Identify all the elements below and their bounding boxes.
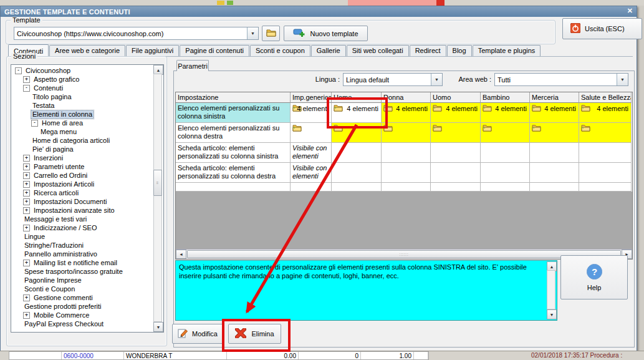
grid-cell[interactable]	[481, 163, 530, 183]
tree-item-messaggi-e-testi-vari[interactable]: Messaggi e testi vari	[11, 215, 163, 223]
tree-item-elementi-in-colonna[interactable]: Elementi in colonna	[11, 110, 163, 119]
grid-cell[interactable]	[530, 143, 579, 163]
tab-parametri[interactable]: Parametri	[176, 60, 209, 71]
grid-cell[interactable]	[382, 123, 431, 143]
grid-column-merceria[interactable]: Merceria	[530, 92, 579, 103]
expand-icon[interactable]: +	[23, 155, 30, 162]
tab-redirect[interactable]: Redirect	[410, 45, 446, 56]
tab-gallerie[interactable]: Gallerie	[311, 45, 346, 56]
expand-icon[interactable]: +	[23, 76, 30, 83]
description-scrollbar[interactable]	[547, 270, 555, 309]
grid-setting-label[interactable]: Elenco elementi personalizzati su colonn…	[176, 103, 291, 123]
grid-cell[interactable]: 4 elementi	[481, 103, 530, 123]
grid-cell[interactable]: Visibile con elementi perso…	[291, 143, 332, 163]
grid-cell[interactable]	[481, 143, 530, 163]
grid-cell[interactable]	[579, 163, 632, 183]
modifica-button[interactable]: Modifica	[172, 324, 223, 344]
grid-cell[interactable]: 4 elementi	[579, 103, 632, 123]
open-folder-button[interactable]	[262, 26, 280, 41]
grid-column-impostazione[interactable]: Impostazione	[176, 92, 291, 103]
grid-cell[interactable]	[530, 183, 579, 192]
grid-column-bambino[interactable]: Bambino	[481, 92, 530, 103]
tree-item-aspetto-grafico[interactable]: +Aspetto grafico	[11, 75, 163, 84]
expand-icon[interactable]: +	[23, 190, 30, 197]
tab-file-aggiuntivi[interactable]: File aggiuntivi	[126, 45, 179, 56]
tree-item-civicounoshop[interactable]: -Civicounoshop	[11, 66, 163, 75]
grid-setting-label[interactable]: Scheda articolo: elementi personalizzati…	[176, 163, 291, 183]
grid-cell[interactable]	[332, 183, 382, 192]
tab-siti-web-collegati[interactable]: Siti web collegati	[347, 45, 409, 56]
area-web-select[interactable]: Tutti ▼	[494, 73, 628, 86]
grid-cell[interactable]	[530, 123, 579, 143]
tree-item-pie-di-pagina[interactable]: Pie' di pagina	[11, 145, 163, 153]
collapse-icon[interactable]: -	[23, 85, 30, 92]
tree-item-inserzioni[interactable]: +Inserzioni	[11, 153, 163, 162]
tree-item-pannello-amministrativo[interactable]: Pannello amministrativo	[11, 250, 163, 258]
tree-scrollbar[interactable]	[153, 74, 162, 322]
grid-cell[interactable]: Visibile con elementi perso…	[291, 163, 332, 183]
tree-item-indicizzazione-seo[interactable]: +Indicizzazione / SEO	[11, 223, 163, 232]
tree-item-impostazioni-articoli[interactable]: +Impostazioni Articoli	[11, 180, 163, 188]
tree-item-mailing-list-e-notifiche-email[interactable]: +Mailing list e notifiche email	[11, 258, 163, 267]
grid-cell[interactable]	[431, 143, 481, 163]
tab-template-e-plugins[interactable]: Template e plugins	[473, 45, 541, 56]
grid-cell[interactable]: 4 elementi	[431, 103, 481, 123]
grid-cell[interactable]: 4 elementi	[530, 103, 579, 123]
tree-item-home-di-categoria-articoli[interactable]: Home di categoria articoli	[11, 136, 163, 145]
grid-cell[interactable]	[431, 183, 481, 192]
grid-cell[interactable]	[431, 123, 481, 143]
grid-cell[interactable]	[332, 163, 382, 183]
tree-scroll-down-icon[interactable]: ▼	[153, 322, 163, 332]
expand-icon[interactable]: +	[23, 225, 30, 231]
expand-icon[interactable]: +	[23, 181, 30, 188]
grid-setting-label[interactable]: Elenco elementi personalizzati su colonn…	[176, 123, 291, 143]
lingua-select[interactable]: Lingua default ▼	[343, 73, 443, 86]
tree-item-parametri-utente[interactable]: +Parametri utente	[11, 162, 163, 171]
expand-icon[interactable]: +	[23, 163, 30, 170]
tree-item-paypal-express-checkout[interactable]: PayPal Express Checkout	[11, 319, 163, 328]
tree-item-spese-trasporto-incasso-gratuite[interactable]: Spese trasporto/incasso gratuite	[11, 267, 163, 276]
grid-cell[interactable]	[382, 183, 431, 192]
grid-cell[interactable]	[332, 143, 382, 163]
scroll-left-icon[interactable]: ◄	[176, 250, 186, 259]
grid-cell[interactable]: 4 elementi	[382, 103, 431, 123]
close-icon[interactable]: ✕	[627, 7, 633, 15]
tree-item-lingue[interactable]: Lingue	[11, 232, 163, 241]
chevron-down-icon[interactable]: ▼	[431, 74, 442, 85]
tab-sconti-e-coupon[interactable]: Sconti e coupon	[250, 45, 310, 56]
tree-item-testata[interactable]: Testata	[11, 101, 163, 110]
expand-icon[interactable]: +	[23, 172, 30, 179]
grid-cell[interactable]: 4 elementi	[291, 103, 332, 123]
collapse-icon[interactable]: -	[31, 120, 38, 127]
hscrollbar-thumb[interactable]: ∷∷∷	[187, 250, 621, 258]
grid-cell[interactable]	[481, 123, 530, 143]
description-scroll-down-icon[interactable]: ▼	[547, 309, 557, 319]
expand-icon[interactable]: +	[23, 260, 30, 266]
tree-item-sconti-e-coupon[interactable]: Sconti e Coupon	[11, 285, 163, 293]
grid-setting-label[interactable]: Scheda articolo: elementi personalizzati…	[176, 143, 291, 163]
grid-cell[interactable]	[291, 183, 332, 192]
template-select[interactable]: Civicounoshop (https://www.civicounoshop…	[14, 27, 259, 40]
grid-cell[interactable]	[530, 163, 579, 183]
grid-cell[interactable]	[382, 163, 431, 183]
grid-cell[interactable]	[431, 163, 481, 183]
grid-cell[interactable]	[481, 183, 530, 192]
grid-cell[interactable]	[382, 143, 431, 163]
help-button[interactable]: ? Help	[560, 255, 628, 299]
chevron-down-icon[interactable]: ▼	[617, 74, 628, 85]
grid-cell[interactable]	[291, 123, 332, 143]
grid-column-donna[interactable]: Donna	[382, 92, 431, 103]
tab-aree-web-e-categorie[interactable]: Aree web e categorie	[49, 45, 125, 56]
tree-item-mega-menu[interactable]: Mega menu	[11, 127, 163, 136]
grid-column-uomo[interactable]: Uomo	[431, 92, 481, 103]
tab-blog[interactable]: Blog	[447, 45, 472, 56]
tree-item-impostazioni-documenti[interactable]: +Impostazioni Documenti	[11, 197, 163, 206]
expand-icon[interactable]: +	[23, 312, 30, 319]
expand-icon[interactable]: +	[23, 198, 30, 205]
grid-cell[interactable]	[579, 123, 632, 143]
grid-column-salute-e-bellezza[interactable]: Salute e Bellezza	[579, 92, 632, 103]
tree-item-contenuti[interactable]: -Contenuti	[11, 84, 163, 92]
grid-column-imp-generica[interactable]: Imp.generica	[291, 92, 332, 103]
collapse-icon[interactable]: -	[15, 67, 22, 74]
tree-item-stringhe-traduzioni[interactable]: Stringhe/Traduzioni	[11, 241, 163, 250]
